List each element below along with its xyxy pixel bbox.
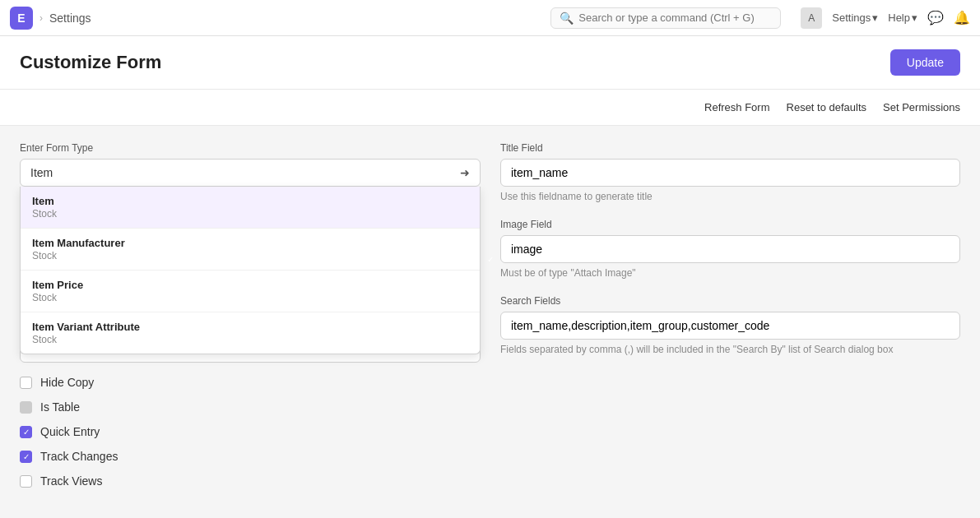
checkbox-group: Hide Copy Is Table Quick Entry Track Cha… — [20, 376, 481, 488]
search-fields-label: Search Fields — [500, 295, 960, 307]
checkbox-track-views: Track Views — [20, 474, 481, 488]
page-title: Customize Form — [20, 52, 161, 73]
breadcrumb-settings[interactable]: Settings — [49, 12, 91, 25]
settings-menu[interactable]: Settings ▾ — [832, 12, 878, 24]
reset-defaults-button[interactable]: Reset to defaults — [787, 98, 867, 117]
update-button[interactable]: Update — [890, 49, 960, 76]
dropdown-menu: Item Stock Item Manufacturer Stock Item … — [20, 187, 481, 354]
form-type-group: Enter Form Type Item ➜ Item Stock Item M… — [20, 142, 481, 363]
search-icon: 🔍 — [560, 12, 574, 25]
breadcrumb-separator: › — [39, 12, 43, 24]
left-panel: Enter Form Type Item ➜ Item Stock Item M… — [20, 142, 481, 488]
right-panel: Title Field Use this fieldname to genera… — [500, 142, 960, 488]
image-field-group: Image Field Must be of type "Attach Imag… — [500, 219, 960, 279]
track-changes-checkbox[interactable] — [20, 451, 32, 463]
topnav: E › Settings 🔍 A Settings ▾ Help ▾ 💬 🔔 — [0, 0, 980, 36]
checkbox-quick-entry: Quick Entry — [20, 425, 481, 438]
dropdown-item-price[interactable]: Item Price Stock — [21, 271, 480, 312]
image-field-hint: Must be of type "Attach Image" — [500, 267, 960, 279]
image-field-label: Image Field — [500, 219, 960, 230]
nav-right: A Settings ▾ Help ▾ 💬 🔔 — [801, 7, 970, 29]
dropdown-item-item[interactable]: Item Stock — [21, 187, 480, 229]
track-views-label: Track Views — [40, 474, 102, 488]
search-fields-input[interactable] — [500, 312, 960, 340]
toolbar: Refresh Form Reset to defaults Set Permi… — [0, 90, 980, 126]
dropdown-selected-value: Item — [30, 166, 53, 179]
quick-entry-label: Quick Entry — [40, 425, 100, 438]
search-fields-hint: Fields separated by comma (,) will be in… — [500, 344, 960, 355]
set-permissions-button[interactable]: Set Permissions — [883, 98, 960, 117]
refresh-form-button[interactable]: Refresh Form — [704, 98, 769, 117]
help-menu[interactable]: Help ▾ — [888, 12, 917, 24]
dropdown-arrow-icon: ➜ — [460, 166, 470, 179]
app-icon[interactable]: E — [10, 7, 33, 30]
track-changes-label: Track Changes — [40, 450, 118, 463]
avatar[interactable]: A — [801, 7, 822, 29]
hide-copy-checkbox[interactable] — [20, 377, 32, 389]
form-type-dropdown[interactable]: Item ➜ Item Stock Item Manufacturer Stoc… — [20, 159, 481, 187]
main-content: Enter Form Type Item ➜ Item Stock Item M… — [0, 126, 980, 504]
title-field-label: Title Field — [500, 142, 960, 154]
dropdown-item-variant[interactable]: Item Variant Attribute Stock — [21, 312, 480, 354]
is-table-checkbox[interactable] — [20, 401, 32, 414]
notification-icon[interactable]: 🔔 — [954, 10, 970, 25]
quick-entry-checkbox[interactable] — [20, 426, 32, 438]
dropdown-item-manufacturer[interactable]: Item Manufacturer Stock — [21, 229, 480, 271]
search-fields-group: Search Fields Fields separated by comma … — [500, 295, 960, 355]
search-input[interactable] — [578, 12, 772, 24]
dropdown-trigger[interactable]: Item ➜ — [20, 159, 481, 187]
title-field-input[interactable] — [500, 159, 960, 187]
title-field-hint: Use this fieldname to generate title — [500, 191, 960, 202]
checkbox-hide-copy: Hide Copy — [20, 376, 481, 389]
image-field-input[interactable] — [500, 235, 960, 263]
is-table-label: Is Table — [40, 400, 80, 414]
page-header: Customize Form Update — [0, 36, 980, 90]
checkbox-is-table: Is Table — [20, 400, 481, 414]
title-field-group: Title Field Use this fieldname to genera… — [500, 142, 960, 202]
checkbox-track-changes: Track Changes — [20, 450, 481, 463]
global-search[interactable]: 🔍 — [550, 7, 781, 29]
hide-copy-label: Hide Copy — [40, 376, 94, 389]
track-views-checkbox[interactable] — [20, 475, 32, 488]
form-type-label: Enter Form Type — [20, 142, 481, 154]
chat-icon[interactable]: 💬 — [927, 10, 944, 25]
